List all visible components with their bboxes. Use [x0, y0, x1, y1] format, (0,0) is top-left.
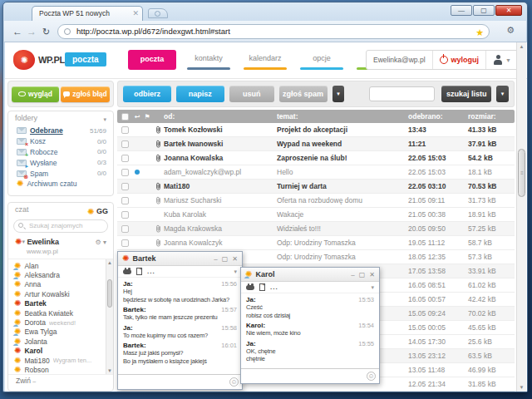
mail-row[interactable]: Bartek IwanowskiWypad na weekend11:2137.… [117, 137, 515, 151]
row-checkbox[interactable] [121, 225, 129, 233]
logout-button[interactable]: wyloguj [432, 51, 486, 69]
sidebar-folder-robocze[interactable]: +Robocze0/0 [8, 147, 113, 158]
mail-row[interactable]: Mariusz SucharskiOferta na rozbudowę dom… [117, 194, 515, 208]
sidebar-folder-wysłane[interactable]: ▸Wysłane0/3 [8, 157, 113, 168]
contact-karol[interactable]: ✺Karol [14, 347, 103, 356]
send-file-icon[interactable]: ＋ [259, 283, 265, 291]
scroll-thumb[interactable] [107, 279, 112, 308]
contact-mati180[interactable]: ✺Mati180Wygram ten... [14, 356, 103, 365]
reload-button[interactable]: ↻ [42, 24, 50, 39]
collapse-caret-icon[interactable]: ▾ [103, 112, 106, 126]
chat-restore-icon[interactable]: ▢ [359, 271, 366, 278]
column-subject[interactable]: temat: [277, 112, 408, 121]
tab-kalendarz[interactable]: kalendarz [241, 50, 289, 70]
contacts-scrollbar[interactable]: ▲ ▼ [106, 259, 113, 374]
contact-dorota[interactable]: ✺☁Dorotaweekend! [14, 318, 103, 327]
mail-row[interactable]: adam_kowalczyk@wp.plHello22.05 15:0318.1… [117, 165, 515, 180]
send-file-icon[interactable]: ＋ [136, 268, 142, 275]
wp-logo-text[interactable]: WP.PL [38, 55, 65, 65]
column-size[interactable]: rozmiar: [468, 112, 515, 121]
chevron-down-icon[interactable]: ▾ [234, 268, 237, 275]
select-all-checkbox[interactable] [121, 113, 129, 121]
wp-logo-icon[interactable]: ✺ [13, 50, 35, 70]
row-checkbox[interactable] [121, 211, 129, 219]
replied-column-icon[interactable]: ↩ [132, 113, 142, 121]
mail-row[interactable]: Joanna KowalczykOdp: Urodziny Tomaszka19… [117, 236, 515, 250]
scroll-down-icon[interactable]: ▼ [517, 383, 526, 392]
receive-button[interactable]: odbierz [123, 86, 171, 102]
games-icon[interactable] [246, 285, 254, 290]
page-scrollbar[interactable]: ▲ ≡ ▼ [516, 42, 526, 392]
row-checkbox[interactable] [121, 239, 129, 247]
column-from[interactable]: od: [164, 112, 277, 121]
account-menu-button[interactable]: ▼ [485, 51, 518, 69]
bookmark-star-icon[interactable]: ★ [475, 26, 484, 39]
mail-row[interactable]: Joanna KowalskaZaproszenie na ślub!22.05… [117, 151, 515, 165]
chat-search-input[interactable]: Szukaj znajomych [13, 219, 108, 233]
mail-row[interactable]: Mati180Turniej w darta22.05 03:1070.53 k… [117, 180, 515, 194]
minimize-button[interactable]: — [451, 5, 472, 16]
contact-artur-kowalski[interactable]: ✺Artur Kowalski [14, 289, 103, 298]
contact-alan[interactable]: ✺☁Alan [14, 261, 103, 270]
mail-row[interactable]: Kuba KarolakWakacje21.05 00:3818.91 kB [117, 208, 515, 222]
chat-window-titlebar[interactable]: ✺☁ Karol – ▢ ✕ [241, 268, 379, 282]
sidebar-folder-archiwum-czatu[interactable]: ✺Archiwum czatu [8, 179, 113, 190]
chat-close-icon[interactable]: ✕ [232, 255, 238, 263]
maximize-button[interactable]: ▢ [473, 5, 495, 16]
sidebar-folder-spam[interactable]: ⊗Spam0/0 [8, 168, 113, 179]
row-checkbox[interactable] [121, 169, 129, 176]
games-icon[interactable] [123, 269, 131, 274]
chat-window-titlebar[interactable]: ✺ Bartek – ▢ ✕ [118, 252, 242, 266]
emoticon-button[interactable]: ☺ [229, 377, 239, 387]
browser-tab[interactable]: Poczta WP 51 nowych ✕ [32, 6, 143, 21]
report-bug-button[interactable]: zgłoś błąd [61, 86, 110, 102]
tab-opcje[interactable]: opcje [298, 50, 346, 70]
row-checkbox[interactable] [121, 140, 129, 148]
contact-anna[interactable]: ✺Anna [14, 280, 103, 289]
contact-beatka-kwiatek[interactable]: ✺Beatka Kwiatek [14, 308, 103, 318]
search-mail-button[interactable]: szukaj listu [441, 86, 491, 102]
emoticon-button[interactable]: ☺ [367, 372, 376, 381]
back-button[interactable]: ← [12, 24, 22, 39]
scroll-up-icon[interactable]: ▲ [106, 259, 113, 266]
look-button[interactable]: wygląd [12, 86, 59, 102]
mail-row[interactable]: Tomek KozłowskiProjekt do akceptacji13:4… [117, 123, 515, 137]
contact-aleksandra[interactable]: ✺☁Aleksandra [14, 270, 103, 279]
row-checkbox[interactable] [121, 155, 129, 162]
address-bar[interactable]: http://poczta.wp.pl/d672/indexgwt.html#s… [57, 24, 490, 39]
forward-button[interactable]: → [27, 24, 37, 39]
browser-menu-icon[interactable]: ⚙ [506, 25, 515, 36]
compose-button[interactable]: napisz [176, 86, 224, 102]
search-options-button[interactable]: ▾ [496, 86, 509, 102]
chat-minimize-icon[interactable]: – [351, 271, 354, 278]
report-spam-button[interactable]: zgłoś spam [279, 86, 328, 102]
gear-icon[interactable]: ⚙ ▾ [96, 239, 106, 246]
delete-button[interactable]: usuń [229, 86, 274, 102]
more-actions-button[interactable]: ▾ [332, 86, 345, 102]
tab-close-icon[interactable]: ✕ [132, 7, 139, 21]
collapse-chat-link[interactable]: Zwiń – [8, 375, 113, 387]
new-tab-button[interactable] [148, 8, 168, 18]
sidebar-folder-kosz[interactable]: ×Kosz0/0 [8, 136, 113, 147]
close-button[interactable]: ✕ [495, 5, 522, 16]
scroll-up-icon[interactable]: ▲ [517, 42, 526, 51]
chevron-down-icon[interactable]: ▾ [22, 239, 25, 245]
chat-close-icon[interactable]: ✕ [369, 271, 375, 278]
more-options-icon[interactable]: ... [147, 269, 155, 274]
tab-poczta[interactable]: poczta [128, 50, 176, 70]
contact-jolanta[interactable]: ✺☁Jolanta [14, 337, 103, 346]
row-checkbox[interactable] [121, 126, 129, 134]
mail-row[interactable]: Magda KrakowskaWidziałeś to!!!20.05 09:5… [117, 222, 515, 236]
flag-column-icon[interactable]: ⚑ [142, 113, 152, 121]
tab-kontakty[interactable]: kontakty [185, 50, 233, 70]
chat-input[interactable]: ☺ [241, 368, 379, 383]
scroll-down-icon[interactable]: ▼ [106, 367, 113, 374]
chat-input[interactable]: ☺ [118, 374, 242, 389]
sidebar-folder-odebrane[interactable]: Odebrane51/69 [8, 126, 113, 136]
folders-header[interactable]: foldery ▾ [8, 111, 113, 126]
column-received[interactable]: odebrano: [408, 112, 468, 121]
contact-bartek[interactable]: ✺Bartek [14, 299, 103, 308]
contact-ewa-tylga[interactable]: ✺☁Ewa Tylga [14, 328, 103, 337]
chat-restore-icon[interactable]: ▢ [222, 255, 229, 263]
chat-self-row[interactable]: ✺ ▾ Ewelinka ⚙ ▾ [15, 238, 106, 246]
